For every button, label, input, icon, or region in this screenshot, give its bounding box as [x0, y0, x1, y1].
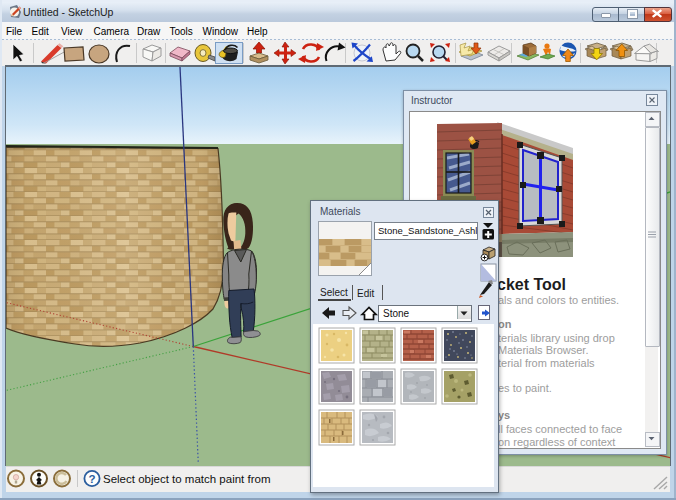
svg-text:?: ?: [88, 473, 95, 485]
